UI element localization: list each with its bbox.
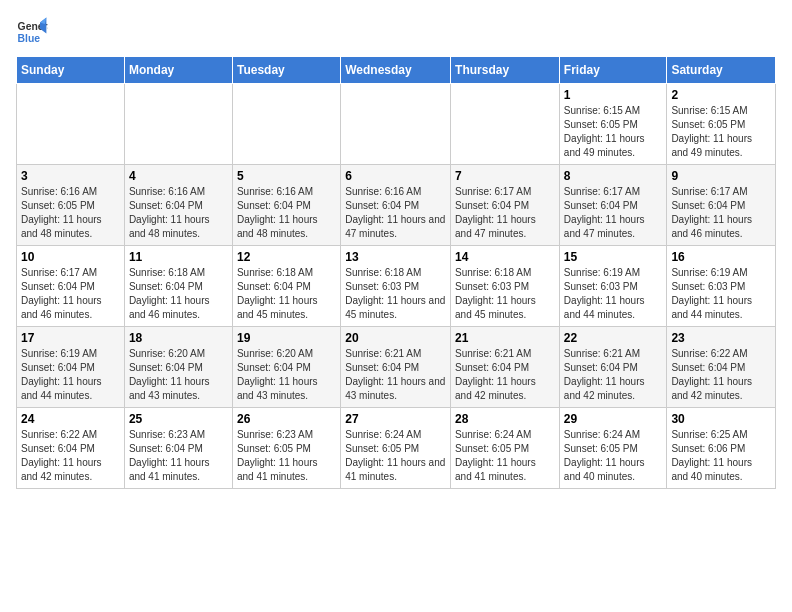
day-of-week-wednesday: Wednesday — [341, 57, 451, 84]
calendar-cell — [341, 84, 451, 165]
day-info: Sunrise: 6:16 AM Sunset: 6:05 PM Dayligh… — [21, 185, 120, 241]
calendar-cell: 8Sunrise: 6:17 AM Sunset: 6:04 PM Daylig… — [559, 165, 667, 246]
day-info: Sunrise: 6:17 AM Sunset: 6:04 PM Dayligh… — [564, 185, 663, 241]
calendar-cell: 26Sunrise: 6:23 AM Sunset: 6:05 PM Dayli… — [232, 408, 340, 489]
day-info: Sunrise: 6:16 AM Sunset: 6:04 PM Dayligh… — [237, 185, 336, 241]
day-number: 9 — [671, 169, 771, 183]
day-number: 15 — [564, 250, 663, 264]
day-info: Sunrise: 6:24 AM Sunset: 6:05 PM Dayligh… — [345, 428, 446, 484]
day-info: Sunrise: 6:24 AM Sunset: 6:05 PM Dayligh… — [455, 428, 555, 484]
day-number: 14 — [455, 250, 555, 264]
day-info: Sunrise: 6:19 AM Sunset: 6:03 PM Dayligh… — [564, 266, 663, 322]
day-info: Sunrise: 6:20 AM Sunset: 6:04 PM Dayligh… — [237, 347, 336, 403]
day-number: 11 — [129, 250, 228, 264]
calendar-cell: 23Sunrise: 6:22 AM Sunset: 6:04 PM Dayli… — [667, 327, 776, 408]
calendar-cell: 30Sunrise: 6:25 AM Sunset: 6:06 PM Dayli… — [667, 408, 776, 489]
calendar-cell: 1Sunrise: 6:15 AM Sunset: 6:05 PM Daylig… — [559, 84, 667, 165]
day-number: 10 — [21, 250, 120, 264]
day-number: 13 — [345, 250, 446, 264]
calendar-cell: 24Sunrise: 6:22 AM Sunset: 6:04 PM Dayli… — [17, 408, 125, 489]
day-info: Sunrise: 6:23 AM Sunset: 6:05 PM Dayligh… — [237, 428, 336, 484]
day-info: Sunrise: 6:16 AM Sunset: 6:04 PM Dayligh… — [345, 185, 446, 241]
calendar-cell: 16Sunrise: 6:19 AM Sunset: 6:03 PM Dayli… — [667, 246, 776, 327]
calendar-week-3: 10Sunrise: 6:17 AM Sunset: 6:04 PM Dayli… — [17, 246, 776, 327]
day-info: Sunrise: 6:21 AM Sunset: 6:04 PM Dayligh… — [345, 347, 446, 403]
day-number: 26 — [237, 412, 336, 426]
day-of-week-saturday: Saturday — [667, 57, 776, 84]
day-info: Sunrise: 6:18 AM Sunset: 6:04 PM Dayligh… — [237, 266, 336, 322]
calendar-cell — [232, 84, 340, 165]
calendar-cell: 11Sunrise: 6:18 AM Sunset: 6:04 PM Dayli… — [124, 246, 232, 327]
calendar-cell: 13Sunrise: 6:18 AM Sunset: 6:03 PM Dayli… — [341, 246, 451, 327]
day-number: 5 — [237, 169, 336, 183]
logo: General Blue — [16, 16, 48, 48]
day-info: Sunrise: 6:21 AM Sunset: 6:04 PM Dayligh… — [564, 347, 663, 403]
day-number: 1 — [564, 88, 663, 102]
calendar-cell: 21Sunrise: 6:21 AM Sunset: 6:04 PM Dayli… — [451, 327, 560, 408]
calendar-header-row: SundayMondayTuesdayWednesdayThursdayFrid… — [17, 57, 776, 84]
calendar-cell: 18Sunrise: 6:20 AM Sunset: 6:04 PM Dayli… — [124, 327, 232, 408]
calendar-table: SundayMondayTuesdayWednesdayThursdayFrid… — [16, 56, 776, 489]
day-info: Sunrise: 6:22 AM Sunset: 6:04 PM Dayligh… — [671, 347, 771, 403]
day-info: Sunrise: 6:19 AM Sunset: 6:04 PM Dayligh… — [21, 347, 120, 403]
logo-icon: General Blue — [16, 16, 48, 48]
calendar-cell: 3Sunrise: 6:16 AM Sunset: 6:05 PM Daylig… — [17, 165, 125, 246]
day-info: Sunrise: 6:19 AM Sunset: 6:03 PM Dayligh… — [671, 266, 771, 322]
calendar-cell — [451, 84, 560, 165]
day-number: 2 — [671, 88, 771, 102]
day-info: Sunrise: 6:17 AM Sunset: 6:04 PM Dayligh… — [455, 185, 555, 241]
calendar-cell — [124, 84, 232, 165]
day-info: Sunrise: 6:17 AM Sunset: 6:04 PM Dayligh… — [671, 185, 771, 241]
day-number: 22 — [564, 331, 663, 345]
day-number: 12 — [237, 250, 336, 264]
day-info: Sunrise: 6:21 AM Sunset: 6:04 PM Dayligh… — [455, 347, 555, 403]
calendar-week-4: 17Sunrise: 6:19 AM Sunset: 6:04 PM Dayli… — [17, 327, 776, 408]
calendar-cell: 7Sunrise: 6:17 AM Sunset: 6:04 PM Daylig… — [451, 165, 560, 246]
calendar-week-5: 24Sunrise: 6:22 AM Sunset: 6:04 PM Dayli… — [17, 408, 776, 489]
calendar-cell: 29Sunrise: 6:24 AM Sunset: 6:05 PM Dayli… — [559, 408, 667, 489]
day-info: Sunrise: 6:23 AM Sunset: 6:04 PM Dayligh… — [129, 428, 228, 484]
day-info: Sunrise: 6:17 AM Sunset: 6:04 PM Dayligh… — [21, 266, 120, 322]
day-number: 8 — [564, 169, 663, 183]
day-info: Sunrise: 6:25 AM Sunset: 6:06 PM Dayligh… — [671, 428, 771, 484]
calendar-week-2: 3Sunrise: 6:16 AM Sunset: 6:05 PM Daylig… — [17, 165, 776, 246]
day-number: 25 — [129, 412, 228, 426]
calendar-cell: 22Sunrise: 6:21 AM Sunset: 6:04 PM Dayli… — [559, 327, 667, 408]
day-info: Sunrise: 6:18 AM Sunset: 6:04 PM Dayligh… — [129, 266, 228, 322]
calendar-cell: 6Sunrise: 6:16 AM Sunset: 6:04 PM Daylig… — [341, 165, 451, 246]
day-info: Sunrise: 6:15 AM Sunset: 6:05 PM Dayligh… — [671, 104, 771, 160]
day-info: Sunrise: 6:18 AM Sunset: 6:03 PM Dayligh… — [455, 266, 555, 322]
day-of-week-monday: Monday — [124, 57, 232, 84]
day-number: 28 — [455, 412, 555, 426]
day-number: 6 — [345, 169, 446, 183]
day-info: Sunrise: 6:24 AM Sunset: 6:05 PM Dayligh… — [564, 428, 663, 484]
day-number: 24 — [21, 412, 120, 426]
day-info: Sunrise: 6:15 AM Sunset: 6:05 PM Dayligh… — [564, 104, 663, 160]
calendar-cell: 17Sunrise: 6:19 AM Sunset: 6:04 PM Dayli… — [17, 327, 125, 408]
day-number: 19 — [237, 331, 336, 345]
day-number: 4 — [129, 169, 228, 183]
calendar-cell: 12Sunrise: 6:18 AM Sunset: 6:04 PM Dayli… — [232, 246, 340, 327]
calendar-cell: 20Sunrise: 6:21 AM Sunset: 6:04 PM Dayli… — [341, 327, 451, 408]
day-number: 7 — [455, 169, 555, 183]
day-number: 18 — [129, 331, 228, 345]
day-number: 3 — [21, 169, 120, 183]
day-number: 16 — [671, 250, 771, 264]
svg-text:Blue: Blue — [18, 33, 41, 44]
calendar-cell: 2Sunrise: 6:15 AM Sunset: 6:05 PM Daylig… — [667, 84, 776, 165]
day-info: Sunrise: 6:22 AM Sunset: 6:04 PM Dayligh… — [21, 428, 120, 484]
calendar-cell — [17, 84, 125, 165]
calendar-cell: 5Sunrise: 6:16 AM Sunset: 6:04 PM Daylig… — [232, 165, 340, 246]
calendar-cell: 9Sunrise: 6:17 AM Sunset: 6:04 PM Daylig… — [667, 165, 776, 246]
day-number: 30 — [671, 412, 771, 426]
day-number: 20 — [345, 331, 446, 345]
day-number: 29 — [564, 412, 663, 426]
day-of-week-friday: Friday — [559, 57, 667, 84]
calendar-week-1: 1Sunrise: 6:15 AM Sunset: 6:05 PM Daylig… — [17, 84, 776, 165]
day-of-week-sunday: Sunday — [17, 57, 125, 84]
day-number: 21 — [455, 331, 555, 345]
day-number: 23 — [671, 331, 771, 345]
calendar-cell: 14Sunrise: 6:18 AM Sunset: 6:03 PM Dayli… — [451, 246, 560, 327]
day-info: Sunrise: 6:20 AM Sunset: 6:04 PM Dayligh… — [129, 347, 228, 403]
day-of-week-tuesday: Tuesday — [232, 57, 340, 84]
